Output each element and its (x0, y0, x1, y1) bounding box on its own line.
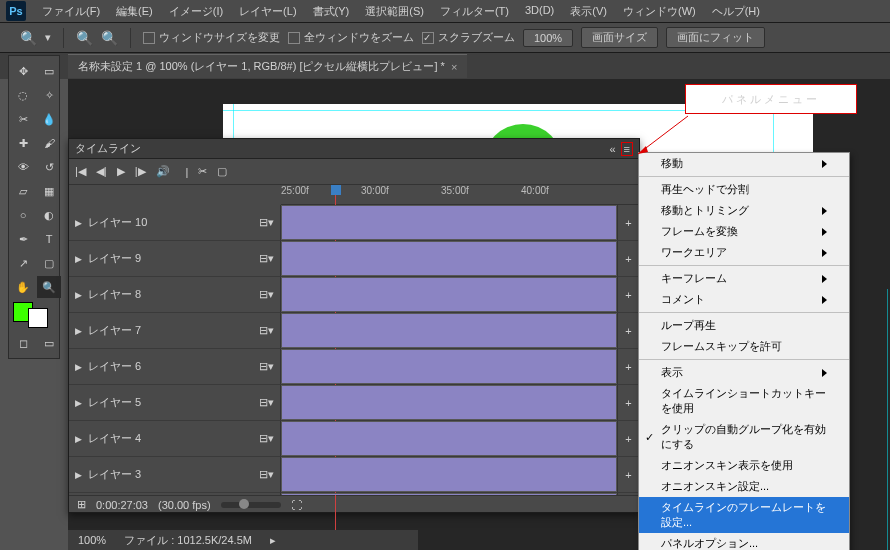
transition-icon[interactable]: ▢ (217, 165, 227, 178)
resize-window-checkbox[interactable]: ウィンドウサイズを変更 (143, 30, 280, 45)
menu-item[interactable]: 表示 (639, 362, 849, 383)
layer-header[interactable]: ▶レイヤー 5⊟▾ (69, 385, 281, 420)
layer-options-icon[interactable]: ⊟▾ (259, 216, 274, 229)
menu-item[interactable]: ループ再生 (639, 315, 849, 336)
menu-item[interactable]: 再生ヘッドで分割 (639, 179, 849, 200)
menu-item[interactable]: オニオンスキン表示を使用 (639, 455, 849, 476)
menu-item[interactable]: フレームを変換 (639, 221, 849, 242)
split-icon[interactable]: ✂ (198, 165, 207, 178)
eyedropper-tool-icon[interactable]: 💧 (37, 108, 61, 130)
blur-tool-icon[interactable]: ○ (11, 204, 35, 226)
dropdown-arrow-icon[interactable]: ▾ (45, 31, 51, 44)
panel-menu-icon[interactable]: ≡ (621, 142, 633, 156)
layer-header[interactable]: ▶レイヤー 6⊟▾ (69, 349, 281, 384)
zoom-slider[interactable] (221, 502, 281, 508)
document-tab[interactable]: 名称未設定 1 @ 100% (レイヤー 1, RGB/8#) [ピクセル縦横比… (68, 54, 467, 78)
layer-header[interactable]: ▶レイヤー 7⊟▾ (69, 313, 281, 348)
fit-screen-button[interactable]: 画面サイズ (581, 27, 658, 48)
add-clip-button[interactable]: + (617, 493, 639, 495)
menu-item[interactable]: レイヤー(L) (231, 0, 304, 23)
layer-header[interactable]: ▶レイヤー 2⊟▾ (69, 493, 281, 495)
layer-header[interactable]: ▶レイヤー 8⊟▾ (69, 277, 281, 312)
menu-item[interactable]: タイムラインショートカットキーを使用 (639, 383, 849, 419)
menu-item[interactable]: 選択範囲(S) (357, 0, 432, 23)
clip-track[interactable] (281, 457, 617, 492)
audio-icon[interactable]: 🔊 (156, 165, 170, 178)
hand-tool-icon[interactable]: ✋ (11, 276, 35, 298)
playhead[interactable] (331, 185, 341, 195)
timeline-ruler[interactable]: 25:00f30:00f35:00f40:00f (281, 185, 639, 205)
marquee-tool-icon[interactable]: ▭ (37, 60, 61, 82)
shape-tool-icon[interactable]: ▢ (37, 252, 61, 274)
status-arrow-icon[interactable]: ▸ (270, 534, 276, 547)
stamp-tool-icon[interactable]: 👁 (11, 156, 35, 178)
menu-item[interactable]: 書式(Y) (305, 0, 358, 23)
zoom-in-icon[interactable]: 🔍 (76, 30, 93, 46)
disclosure-icon[interactable]: ▶ (75, 326, 82, 336)
menu-item[interactable]: キーフレーム (639, 268, 849, 289)
clip-track[interactable] (281, 385, 617, 420)
gradient-tool-icon[interactable]: ▦ (37, 180, 61, 202)
pen-tool-icon[interactable]: ✒ (11, 228, 35, 250)
zoom-100-button[interactable]: 100% (523, 29, 573, 47)
zoom-tool-icon[interactable]: 🔍 (37, 276, 61, 298)
add-clip-button[interactable]: + (617, 349, 639, 384)
add-clip-button[interactable]: + (617, 421, 639, 456)
lasso-tool-icon[interactable]: ◌ (11, 84, 35, 106)
clip-track[interactable] (281, 313, 617, 348)
menu-item[interactable]: 編集(E) (108, 0, 161, 23)
brush-tool-icon[interactable]: 🖌 (37, 132, 61, 154)
menu-item[interactable]: 表示(V) (562, 0, 615, 23)
disclosure-icon[interactable]: ▶ (75, 470, 82, 480)
menu-item[interactable]: パネルオプション... (639, 533, 849, 550)
wand-tool-icon[interactable]: ✧ (37, 84, 61, 106)
layer-options-icon[interactable]: ⊟▾ (259, 468, 274, 481)
zoom-all-windows-checkbox[interactable]: 全ウィンドウをズーム (288, 30, 414, 45)
menu-item[interactable]: イメージ(I) (161, 0, 231, 23)
disclosure-icon[interactable]: ▶ (75, 218, 82, 228)
layer-options-icon[interactable]: ⊟▾ (259, 252, 274, 265)
menu-item[interactable]: ウィンドウ(W) (615, 0, 704, 23)
clip-track[interactable] (281, 493, 617, 495)
disclosure-icon[interactable]: ▶ (75, 434, 82, 444)
crop-tool-icon[interactable]: ✂ (11, 108, 35, 130)
clip-track[interactable] (281, 205, 617, 240)
clip-track[interactable] (281, 421, 617, 456)
zoom-fit-icon[interactable]: ⛶ (291, 499, 302, 511)
add-clip-button[interactable]: + (617, 277, 639, 312)
menu-item[interactable]: 3D(D) (517, 0, 562, 23)
history-tool-icon[interactable]: ↺ (37, 156, 61, 178)
layer-options-icon[interactable]: ⊟▾ (259, 360, 274, 373)
layer-options-icon[interactable]: ⊟▾ (259, 288, 274, 301)
frame-mode-icon[interactable]: ⊞ (77, 498, 86, 511)
panel-collapse-icon[interactable]: « (607, 143, 617, 155)
zoom-out-icon[interactable]: 🔍 (101, 30, 118, 46)
menu-item[interactable]: ワークエリア (639, 242, 849, 263)
disclosure-icon[interactable]: ▶ (75, 290, 82, 300)
menu-item[interactable]: クリップの自動グループ化を有効にする (639, 419, 849, 455)
play-icon[interactable]: ▶ (117, 165, 125, 178)
goto-first-icon[interactable]: |◀ (75, 165, 86, 178)
close-tab-icon[interactable]: × (451, 61, 457, 73)
layer-header[interactable]: ▶レイヤー 10⊟▾ (69, 205, 281, 240)
next-frame-icon[interactable]: |▶ (135, 165, 146, 178)
menu-item[interactable]: フレームスキップを許可 (639, 336, 849, 357)
add-clip-button[interactable]: + (617, 457, 639, 492)
type-tool-icon[interactable]: T (37, 228, 61, 250)
layer-options-icon[interactable]: ⊟▾ (259, 324, 274, 337)
add-clip-button[interactable]: + (617, 313, 639, 348)
add-clip-button[interactable]: + (617, 205, 639, 240)
path-tool-icon[interactable]: ↗ (11, 252, 35, 274)
layer-options-icon[interactable]: ⊟▾ (259, 396, 274, 409)
menu-item[interactable]: ファイル(F) (34, 0, 108, 23)
prev-frame-icon[interactable]: ◀| (96, 165, 107, 178)
layer-header[interactable]: ▶レイヤー 9⊟▾ (69, 241, 281, 276)
menu-item[interactable]: ヘルプ(H) (704, 0, 768, 23)
move-tool-icon[interactable]: ✥ (11, 60, 35, 82)
layer-header[interactable]: ▶レイヤー 4⊟▾ (69, 421, 281, 456)
menu-item[interactable]: 移動とトリミング (639, 200, 849, 221)
scrub-zoom-checkbox[interactable]: スクラブズーム (422, 30, 515, 45)
clip-track[interactable] (281, 349, 617, 384)
color-swatch[interactable] (11, 300, 61, 330)
disclosure-icon[interactable]: ▶ (75, 254, 82, 264)
